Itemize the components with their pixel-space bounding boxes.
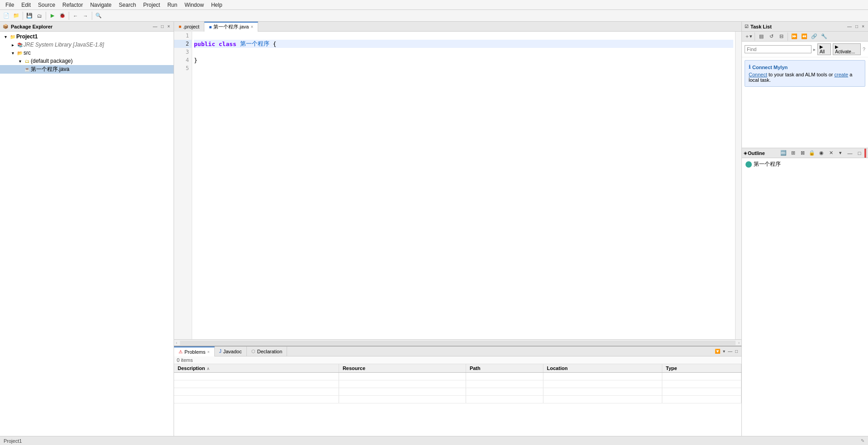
menu-file[interactable]: File [2,1,18,9]
hscroll-track[interactable] [180,341,736,345]
toolbar-open-btn[interactable]: 📁 [12,11,21,20]
mylyn-body: Connect to your task and ALM tools or cr… [749,72,861,83]
maximize-panel-icon[interactable]: □ [734,348,739,354]
task-collapse-btn[interactable]: ⊟ [777,32,786,41]
col-type[interactable]: Type [662,364,741,373]
task-list-maximize[interactable]: □ [854,23,859,29]
tab-main-file[interactable]: ■ 第一个程序.java × [204,22,258,32]
brace-close: } [194,57,198,64]
task-list-icon: ☑ [745,24,749,29]
toolbar-search-btn[interactable]: 🔍 [94,11,103,20]
menu-edit[interactable]: Edit [18,1,34,9]
toolbar-next-btn[interactable]: → [81,11,90,20]
project-icon: 📁 [9,33,16,40]
tree-label-project1: Project1 [16,33,38,40]
task-all-btn[interactable]: ▶ All [817,43,831,55]
connect-link[interactable]: Connect [749,72,767,77]
outline-class-label: 第一个程序 [754,160,781,168]
code-area[interactable]: public class 第一个程序 { } [192,32,735,339]
bottom-tabs: ⚠ Problems × J Javadoc ⬡ Declaration 🔽 ▾ [174,347,741,356]
menu-help[interactable]: Help [208,1,226,9]
tree-item-default-pkg[interactable]: ▾ 🗂 (default package) [0,57,174,65]
java-file-icon: ☕ [24,66,31,73]
outline-sort-btn[interactable]: 🔤 [779,149,788,158]
tab-problems[interactable]: ⚠ Problems × [174,347,215,356]
tree-item-main-file[interactable]: ☕ 第一个程序.java [0,65,174,74]
task-find-input[interactable] [745,45,811,53]
tab-project[interactable]: ■ .project [174,22,204,32]
task-find: ▸ ▶ All ▶ Activate... ? [742,42,868,57]
menu-search[interactable]: Search [115,1,140,9]
kw-class: class [219,41,236,47]
toolbar-new-btn[interactable]: 📄 [2,11,11,20]
menu-project[interactable]: Project [140,1,164,9]
tree-item-jre[interactable]: ▸ 📚 JRE System Library [JavaSE-1.8] [0,41,174,49]
outline-filter1-btn[interactable]: ⊞ [788,149,797,158]
editor-scrollbar[interactable] [735,32,741,339]
status-bar: Project1 ✎ [0,436,868,445]
menu-window[interactable]: Window [181,1,208,9]
outline-close-btn[interactable]: ✕ [826,149,835,158]
task-back-btn[interactable]: ⏪ [800,32,809,41]
jre-icon: 📚 [16,41,24,48]
tab-declaration-label: Declaration [257,349,283,354]
tree-label-src: src [24,50,31,56]
tree-item-src[interactable]: ▾ 📂 src [0,49,174,57]
task-link-btn[interactable]: 🔗 [810,32,819,41]
toolbar-save-all-btn[interactable]: 🗂 [35,11,44,20]
toolbar-prev-btn[interactable]: ← [71,11,80,20]
view-menu-icon[interactable]: ▾ [722,348,726,354]
brace-open: { [269,41,277,47]
outline-filter2-btn[interactable]: ⊠ [798,149,807,158]
task-sep-1 [755,33,755,41]
toolbar-save-btn[interactable]: 💾 [25,11,34,20]
task-forward-btn[interactable]: ⏩ [790,32,799,41]
outline-filter4-btn[interactable]: ◉ [817,149,826,158]
task-repo-btn[interactable]: 🔧 [820,32,829,41]
tab-javadoc[interactable]: J Javadoc [215,347,247,356]
outline-max-btn[interactable]: □ [855,149,864,158]
menu-bar: File Edit Source Refactor Navigate Searc… [0,0,868,10]
task-filter-btn[interactable]: ▤ [757,32,766,41]
tab-close-icon[interactable]: × [250,24,253,29]
code-line-2: public class 第一个程序 { [194,40,733,48]
task-help-icon[interactable]: ? [863,47,865,52]
outline-item-class[interactable]: 第一个程序 [745,160,865,169]
code-line-1 [194,32,733,40]
task-sync-btn[interactable]: ↺ [767,32,776,41]
hscroll-right: › [736,341,741,345]
package-explorer-close[interactable]: × [166,23,171,29]
menu-refactor[interactable]: Refactor [59,1,86,9]
toolbar-run-btn[interactable]: ▶ [48,11,57,20]
col-resource[interactable]: Resource [339,364,466,373]
col-location[interactable]: Location [543,364,662,373]
tab-declaration[interactable]: ⬡ Declaration [247,347,288,356]
task-list-minimize[interactable]: — [846,23,853,29]
menu-navigate[interactable]: Navigate [86,1,115,9]
col-path[interactable]: Path [466,364,543,373]
menu-run[interactable]: Run [164,1,181,9]
task-list-close[interactable]: × [861,23,865,29]
tree-item-project1[interactable]: ▾ 📁 Project1 [0,33,174,41]
task-new-btn[interactable]: ＋▾ [744,32,753,41]
outline-min-btn[interactable]: — [845,149,854,158]
outline-panel: ◈ Outline 🔤 ⊞ ⊠ 🔒 ◉ ✕ ▾ — □ 第一个程序 [742,148,868,436]
create-link[interactable]: create [835,72,849,77]
minimize-panel-icon[interactable]: — [727,348,733,354]
package-explorer-maximize[interactable]: □ [160,23,165,29]
outline-menu-btn[interactable]: ▾ [836,149,845,158]
editor-hscroll[interactable]: ‹ › [174,339,741,346]
table-row-empty-2 [174,380,741,388]
menu-source[interactable]: Source [34,1,59,9]
package-explorer: 📦 Package Explorer — □ × ▾ 📁 Project1 ▸ … [0,22,174,436]
toolbar: 📄 📁 💾 🗂 ▶ 🐞 ← → 🔍 [0,10,868,22]
outline-filter3-btn[interactable]: 🔒 [807,149,816,158]
table-row-empty-4 [174,396,741,403]
package-explorer-minimize[interactable]: — [152,23,158,29]
task-activate-btn[interactable]: ▶ Activate... [833,43,861,55]
declaration-icon: ⬡ [251,349,255,354]
line-num-3: 3 [174,48,192,56]
toolbar-debug-btn[interactable]: 🐞 [58,11,67,20]
col-description[interactable]: Description ∧ [174,364,339,373]
filter-icon[interactable]: 🔽 [714,348,721,354]
